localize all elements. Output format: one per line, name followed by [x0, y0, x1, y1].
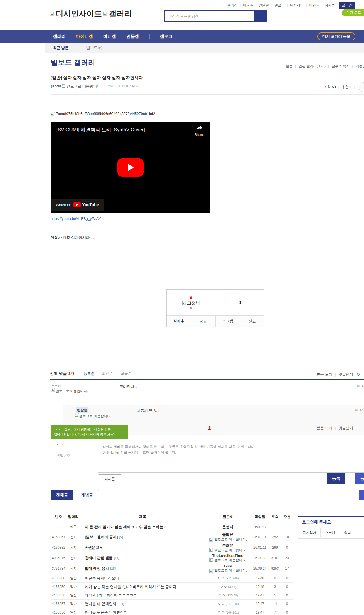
night-mode-toggle[interactable]: 야간 모드	[342, 9, 364, 16]
post-link-title[interactable]: 어머 창신 하는 언니들 없니? 바르카 찌라시 뜨는 중이긔	[80, 584, 205, 589]
post-author-cell[interactable]: ㅇㅇ(211.246) 갤로그로 이동합니다.	[205, 601, 251, 606]
comment-author[interactable]: 벤찰텔	[76, 407, 88, 413]
comment-nickname-input[interactable]	[54, 440, 94, 449]
youtube-video-title[interactable]: [SV GUMI] 해결책의 노래 [SynthV Cover]	[56, 126, 145, 133]
post-link-title[interactable]: 내 돈 관리 맡기고 싶은 재테크 고수 같은 스타는?	[80, 524, 205, 530]
main-nav-item[interactable]: 갤러리	[53, 30, 66, 43]
dccon-button[interactable]: 디시콘	[98, 474, 121, 483]
comment-shortcut-pill[interactable]	[359, 82, 364, 92]
concept-posts-button[interactable]: 개념글	[75, 490, 99, 500]
youtube-share-button[interactable]: Share	[194, 125, 204, 137]
top-service-link[interactable]: 디시콘	[319, 3, 335, 8]
table-row: 4155359 일반 어머 창신 하는 언니들 없니? 바르카 찌라시 뜨는 중…	[51, 583, 293, 591]
sidebar-tab[interactable]: 즐겨찾기	[298, 528, 320, 537]
comment-submit-button-secondary[interactable]: 등록	[355, 473, 364, 484]
sidebar-tab[interactable]: 스크랩	[320, 528, 340, 537]
gallery-utility-link[interactable]: 연관 갤러리(0/23)	[293, 64, 326, 69]
post-link-title[interactable]: 창래미 관련 갤플[11]	[80, 555, 205, 561]
post-author-cell[interactable]: TheLoveliestTime 갤로그로 이동합니다.	[205, 554, 251, 563]
post-author-cell[interactable]: 물많뷰 갤로그로 이동합니다.	[205, 532, 251, 542]
refresh-icon[interactable]: ↻	[357, 372, 360, 377]
all-posts-button[interactable]: 전체글	[51, 490, 73, 500]
main-nav-item[interactable]: 인물갤	[126, 30, 139, 43]
search-button[interactable]	[254, 10, 267, 22]
post-author[interactable]: 벤찰텔	[51, 84, 62, 89]
post-date: 19:48	[251, 585, 269, 589]
post-views: 14	[269, 602, 281, 606]
top-service-link[interactable]: 갤로그	[269, 3, 285, 8]
youtube-play-button[interactable]	[117, 158, 144, 177]
comment-author[interactable]: 로르데	[51, 384, 61, 388]
comment-password-input[interactable]	[54, 451, 94, 460]
vote-action-button[interactable]: 실베추	[167, 316, 191, 327]
vote-action-button[interactable]: 스크랩	[215, 316, 240, 327]
gallery-utility-link[interactable]: 갤주소 복사	[326, 64, 349, 69]
post-link-title[interactable]: ★퀸문고★	[80, 545, 205, 550]
sidebar-login-message: 로그인해 주세요.	[302, 520, 364, 525]
post-link-title[interactable]: 언니들 나 꼰대일까...[1]	[80, 601, 205, 606]
views-count: 53	[332, 85, 336, 89]
main-nav-item[interactable]: 미니갤	[103, 30, 116, 43]
youtube-link[interactable]: https://youtu.be/41FBg_yPaAY	[51, 216, 101, 221]
comment-gallog-alt[interactable]: 갤로그로 이동합니다.	[75, 413, 117, 419]
comment-sort-tab[interactable]: 답글순	[121, 371, 132, 376]
main-navbar: 갤러리마이너갤미니갤인물갤갤로그 디시 로터리 응모	[0, 30, 364, 43]
post-author-cell[interactable]: ㅇㅇ(39.7) 갤로그로 이동합니다.	[205, 584, 251, 589]
post-link-title[interactable]: 발매 예정 음악[15]	[80, 566, 205, 571]
breadcrumb-current-gallery[interactable]: 빌보드 m	[86, 45, 102, 50]
comment-sort-tab[interactable]: 최신순	[102, 371, 113, 376]
post-number: 4155356	[51, 610, 67, 614]
broken-image-icon	[51, 388, 55, 392]
post-author-cell[interactable]: 1989 갤로그로 이동합니다.	[205, 564, 251, 573]
top-service-link[interactable]: 이벤트	[304, 3, 319, 8]
guest-nickname-notice: ㅇㅇ는 갤러리에서 권장하는 비회원 전용 갤닉네임입니다. (삭제 시 닉네임…	[51, 425, 128, 439]
main-nav-item[interactable]: 갤로그	[149, 30, 173, 43]
main-nav-item[interactable]: 마이너갤	[76, 30, 93, 43]
top-service-link[interactable]: 갤러리	[227, 3, 237, 8]
top-service-link[interactable]: 인물갤	[253, 3, 269, 8]
post-link-title[interactable]: 언니들 두쫀순 먹어봤어?	[80, 610, 205, 615]
post-author-cell[interactable]: ㅇㅇ(223.39) 갤로그로 이동합니다.	[205, 593, 251, 598]
site-logo[interactable]: 디시인사이드 갤러리	[50, 9, 132, 19]
close-comments-link[interactable]: 댓글닫기	[338, 372, 353, 377]
post-date: 19:48	[251, 576, 269, 580]
breadcrumb-recent-visit[interactable]: 최근 방문	[53, 45, 69, 50]
gallery-title[interactable]: 빌보드 갤러리	[51, 58, 95, 67]
post-author-cell[interactable]: ㅇㅇ(106.101) 갤로그로 이동합니다.	[205, 610, 251, 615]
post-link-title[interactable]: 좌라~니 개극혐이야 ㅋㅋㅋㅋㅋ	[80, 593, 205, 598]
comment-page-1[interactable]: 1	[208, 425, 211, 430]
login-button[interactable]: 로그인	[339, 2, 355, 9]
post-views: 1	[269, 593, 281, 597]
top-service-link[interactable]: 디시게임	[285, 3, 304, 8]
lottery-button[interactable]: 디시 로터리 응모	[317, 32, 355, 40]
upvote-area[interactable]: 0 고정닉 0	[167, 290, 216, 315]
post-number: 4155360	[51, 576, 67, 580]
view-post-link[interactable]: 본문 보기	[317, 425, 332, 430]
top-service-link[interactable]: 미니갤	[237, 3, 253, 8]
reply-count: [15]	[110, 567, 116, 570]
watch-on-youtube-button[interactable]: Watch on YouTube	[51, 199, 104, 211]
table-row: 4036975 공지 창래미 관련 갤플[11] TheLoveliestTim…	[51, 553, 293, 563]
write-post-button[interactable]: 글쓰기	[359, 490, 364, 500]
close-comments-link[interactable]: 댓글닫기	[338, 425, 353, 430]
sidebar-tab[interactable]: 알림	[340, 528, 355, 537]
post-author-cell[interactable]: 운영자 갤로그로 이동합니다.	[205, 524, 251, 530]
view-post-link[interactable]: 본문 보기	[317, 372, 332, 377]
post-link-title[interactable]: [빌보드갤러리 공지][5]	[80, 534, 205, 540]
post-author-cell[interactable]: 물많뷰 갤로그로 이동합니다.	[205, 543, 251, 553]
post-link-title[interactable]: 이년들 슈퍼마리오니	[80, 576, 205, 581]
comment-sort-tab[interactable]: 등록순	[84, 371, 95, 376]
post-category: 설문	[67, 524, 80, 529]
comment-gallog-alt[interactable]: 갤로그로 이동합니다.	[51, 388, 93, 393]
comment-submit-button[interactable]: 등록	[327, 473, 345, 484]
sidebar-empty-panel	[298, 538, 364, 613]
gallery-utility-link[interactable]: 이용안내	[349, 64, 364, 69]
gallery-utility-link[interactable]: 설정	[286, 64, 293, 69]
search-input[interactable]	[164, 10, 254, 22]
broken-image-icon	[62, 84, 66, 88]
downvote-count[interactable]: 0	[216, 290, 264, 315]
vote-action-button[interactable]: 신고	[240, 316, 264, 327]
vote-action-button[interactable]: 공유	[191, 316, 215, 327]
post-author-cell[interactable]: ㅇㅇ(211.246) 갤로그로 이동합니다.	[205, 576, 251, 581]
comment-textarea[interactable]: 타인의 권리를 침해하거나 명예를 훼손하는 댓글은 운영원칙 및 관련 법률에…	[98, 440, 364, 473]
